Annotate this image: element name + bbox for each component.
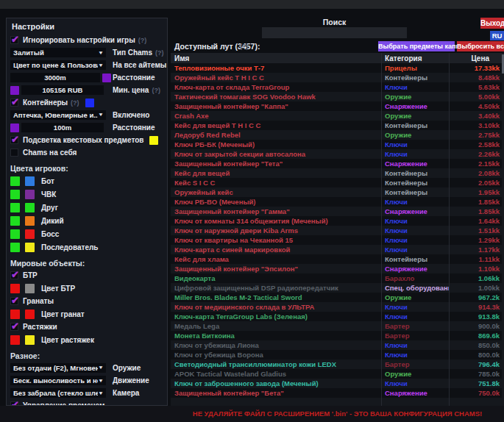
weapon-options-dropdown[interactable]: Без отдачи (F2), Мгновенное п▼ <box>10 363 106 373</box>
column-price[interactable]: Цена <box>449 53 504 63</box>
table-row[interactable]: Тактический томагавк SOG Voodoo HawkОруж… <box>171 92 504 101</box>
select-kappa-items-button[interactable]: Выбрать предметы каппа <box>378 41 455 51</box>
follower-colors-swatch-1[interactable] <box>10 243 20 252</box>
friend-colors-swatch-2[interactable] <box>25 203 35 212</box>
item-name: Ключ от медицинского склада в УЛЬТРА <box>171 303 381 311</box>
bot-colors-swatch-2[interactable] <box>25 176 35 186</box>
table-row[interactable]: Медаль LegaБартер900.0k <box>171 321 504 331</box>
table-row[interactable]: Ключ-карта TerraGroup Labs (Зеленая)Ключ… <box>171 312 504 321</box>
item-category: Оружие <box>381 130 449 140</box>
table-row[interactable]: Ключ от убежища ВоронаКлючи800.0k <box>171 350 504 360</box>
table-row[interactable]: Защищенный контейнер "Гамма"Снаряжение1.… <box>171 207 504 216</box>
search-input[interactable] <box>262 27 407 38</box>
camera-options-dropdown[interactable]: Без забрала (стекло шлема)▼ <box>10 388 106 398</box>
table-row[interactable]: Ключ от комнаты 314 общежития (Меченый)К… <box>171 216 504 226</box>
grenades-toggle-row: Гранаты <box>10 296 164 306</box>
table-row[interactable]: Тепловизионные очки Т-7Прицелы17.33kk <box>171 63 504 73</box>
containers-checkbox[interactable] <box>10 99 18 107</box>
chams-type-label: Тип Chams(?) <box>113 49 164 57</box>
item-name: Ключ от убежища Лиона <box>171 341 381 349</box>
containers-distance-color-swatch[interactable] <box>10 124 19 132</box>
min-price-input[interactable] <box>21 85 104 95</box>
pmc-colors-swatch-2[interactable] <box>25 190 35 199</box>
btr-color-swatch-1[interactable] <box>10 284 20 293</box>
grenade-color-swatch-2[interactable] <box>25 310 35 319</box>
table-row[interactable]: Ключ от медицинского склада в УЛЬТРАКлюч… <box>171 302 504 312</box>
grenade-color-swatch-1[interactable] <box>10 310 20 319</box>
camera-options-label: Камера <box>113 389 139 397</box>
table-row[interactable]: Miller Bros. Blades M-2 Tactical SwordОр… <box>171 293 504 302</box>
table-row[interactable] <box>171 398 504 406</box>
table-row[interactable]: Ключ от закрытой секции автосалонаКлючи2… <box>171 149 504 159</box>
items-distance-color-swatch[interactable] <box>102 74 111 82</box>
table-row[interactable]: Монета БиткоинаБартер869.6k <box>171 331 504 340</box>
table-row[interactable]: APOK Tactical Wasteland GladiusОружие785… <box>171 369 504 379</box>
btr-color-swatch-2[interactable] <box>25 284 35 293</box>
item-category: Бартер <box>381 321 449 331</box>
table-row[interactable]: Оружейный кейс T H I C CКонтейнеры8.48kk <box>171 73 504 82</box>
friend-colors-swatch-1[interactable] <box>10 203 20 212</box>
language-button[interactable]: RU <box>490 31 504 40</box>
table-row[interactable]: Защищенный контейнер "Эпсилон"Снаряжение… <box>171 264 504 273</box>
table-row[interactable]: Светодиодный трансиллюминатор кожи LEDXБ… <box>171 360 504 369</box>
tripwire-color-swatch-2[interactable] <box>25 335 35 345</box>
table-row[interactable]: Ключ от убежища ЛионаКлючи850.0k <box>171 340 504 350</box>
movement-options-label: Движение <box>113 376 149 385</box>
all-items-color-mode-dropdown[interactable]: Цвет по цене & Пользователь▼ <box>10 60 106 70</box>
item-name: Ключ-карта TerraGroup Labs (Зеленая) <box>171 312 381 321</box>
pmc-colors-swatch-1[interactable] <box>10 190 20 199</box>
tripwires-toggle-checkbox[interactable] <box>10 323 18 331</box>
scav-colors-swatch-2[interactable] <box>25 216 35 226</box>
exit-button[interactable]: Выход <box>480 18 504 29</box>
ignore-game-settings-row: Игнорировать настройки игры(?) <box>10 35 164 45</box>
table-row[interactable]: Защищенный контейнер "Бета"Снаряжение750… <box>171 388 504 398</box>
tripwire-color-swatch-1[interactable] <box>10 335 20 345</box>
btr-toggle-checkbox[interactable] <box>10 271 18 279</box>
items-distance-input[interactable] <box>10 73 100 82</box>
ignore-game-settings-checkbox[interactable] <box>10 36 18 44</box>
chams-on-self-checkbox[interactable] <box>10 149 18 157</box>
table-row[interactable]: Кейс S I C CКонтейнеры2.05kk <box>171 178 504 187</box>
min-price-color-swatch[interactable] <box>10 86 19 95</box>
table-row[interactable]: Кейс для вещейКонтейнеры2.08kk <box>171 168 504 178</box>
column-category[interactable]: Категория <box>381 53 449 63</box>
containers-color-swatch[interactable] <box>85 99 94 107</box>
table-row[interactable]: ВидеокартаБарахло1.06kk <box>171 273 504 283</box>
table-row[interactable]: Ключ-карта от склада TerraGroupКлючи5.63… <box>171 82 504 92</box>
quest-items-highlight-checkbox[interactable] <box>10 136 18 144</box>
table-row[interactable]: Ледоруб Red RebelОружие2.75kk <box>171 130 504 140</box>
table-row[interactable]: Цифровой защищенный DSP радиопередатчикС… <box>171 283 504 293</box>
table-row[interactable]: Ключ-карта с синей маркировкойКлючи1.17k… <box>171 245 504 254</box>
table-row[interactable]: Защищенный контейнер "Тета"Снаряжение2.1… <box>171 159 504 168</box>
bot-colors-swatch-1[interactable] <box>10 176 20 186</box>
follower-colors-swatch-2[interactable] <box>25 243 35 252</box>
chams-on-self-row: Chams на себя <box>10 148 164 157</box>
quest-items-highlight-color-swatch[interactable] <box>149 136 158 145</box>
movement-options-dropdown[interactable]: Беск. выносливость и нет уста▼ <box>10 376 106 385</box>
enabled-categories-dropdown[interactable]: Аптечка, Ювелирные и...▼ <box>10 110 106 120</box>
table-row[interactable]: Кейс для хламаКонтейнеры1.11kk <box>171 254 504 264</box>
boss-colors-swatch-2[interactable] <box>25 229 35 239</box>
table-row[interactable]: Кейс для вещей T H I C CКонтейнеры3.10kk <box>171 121 504 130</box>
table-row[interactable]: Оружейный кейсКонтейнеры1.95kk <box>171 187 504 197</box>
items-distance-row: Расстояние <box>10 73 164 82</box>
table-row[interactable]: Ключ от квартиры на Чеканной 15Ключи1.29… <box>171 235 504 245</box>
drop-all-button[interactable]: Выбросить все <box>457 41 504 51</box>
item-price: 850.0k <box>449 340 504 350</box>
table-row[interactable]: Crash AxeОружие3.40kk <box>171 111 504 121</box>
chams-type-dropdown[interactable]: Залитый▼ <box>10 48 106 57</box>
chevron-down-icon: ▼ <box>98 365 104 371</box>
scav-colors-swatch-1[interactable] <box>10 216 20 226</box>
boss-colors-swatch-1[interactable] <box>10 229 20 239</box>
table-row[interactable]: Ключ от наружной двери Kiba ArmsКлючи1.5… <box>171 226 504 235</box>
table-row[interactable]: Защищенный контейнер "Каппа"Снаряжение4.… <box>171 101 504 111</box>
containers-distance-input[interactable] <box>21 123 104 132</box>
grenades-toggle-checkbox[interactable] <box>10 297 18 305</box>
table-row[interactable]: Ключ РБ-ВО (Меченый)Ключи1.85kk <box>171 197 504 207</box>
table-row[interactable]: Ключ РБ-БК (Меченый)Ключи2.58kk <box>171 140 504 149</box>
item-price: 8.48kk <box>449 73 504 82</box>
item-category: Контейнеры <box>381 187 449 197</box>
item-name: Защищенный контейнер "Каппа" <box>171 102 381 110</box>
column-name[interactable]: Имя <box>171 54 381 62</box>
table-row[interactable]: Ключ от заброшенного завода (Меченый)Клю… <box>171 379 504 388</box>
